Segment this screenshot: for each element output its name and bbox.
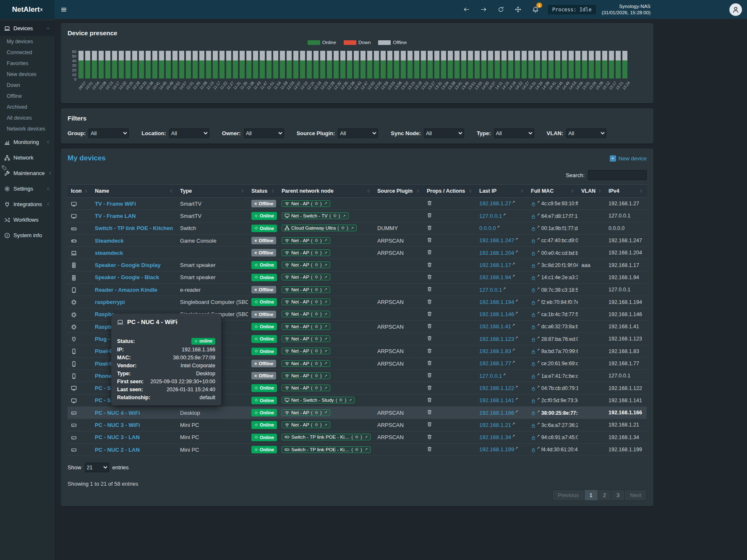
device-name-link[interactable]: Raspb [95,324,112,330]
lock-icon[interactable] [531,312,536,317]
parent-node-button[interactable]: Net - AP()↗ [282,372,330,379]
device-name-link[interactable]: Steamdeck [95,238,124,244]
sidebar-item-network[interactable]: Network [0,150,55,165]
new-device-button[interactable]: New device [610,155,647,162]
last-ip-link[interactable]: 127.0.0.1 [479,373,502,379]
filter-select-type[interactable]: All [494,128,534,138]
lock-icon[interactable] [531,386,536,391]
last-ip-link[interactable]: 192.168.1.27 [479,201,511,207]
table-row[interactable]: PC - NUC 2 - LANMini PCOnlineSwitch - TP… [68,443,647,455]
delete-device-icon[interactable] [427,237,432,243]
device-name-link[interactable]: Pixel-9 [95,348,112,354]
parent-node-button[interactable]: Net - AP()↗ [282,249,330,256]
column-header-vlan[interactable]: VLAN [578,185,605,198]
last-ip-link[interactable]: 192.168.1.77 [479,361,511,367]
sidebar-subitem-connected[interactable]: Connected [0,47,55,58]
device-name-link[interactable]: Pixel-9 [95,361,112,367]
lock-icon[interactable] [531,201,536,207]
column-header-type[interactable]: Type [177,185,248,198]
column-header-name[interactable]: Name [91,185,177,198]
table-row[interactable]: raspberrypiSingleboard Computer (SBC)Onl… [68,296,647,308]
parent-node-button[interactable]: Net - AP()↗ [282,298,330,305]
parent-node-button[interactable]: Net - AP()↗ [282,286,330,293]
lock-icon[interactable] [531,251,536,256]
parent-node-button[interactable]: Net - AP()↗ [282,348,330,354]
last-ip-link[interactable]: 192.168.1.199 [479,447,514,453]
table-row[interactable]: TV - Frame LANSmartTVOnlineNet - Switch … [68,210,647,222]
filter-select-group[interactable]: All [89,128,129,138]
pagination-page-2[interactable]: 2 [598,489,611,501]
delete-device-icon[interactable] [427,360,432,366]
column-header-parent-network-node[interactable]: Parent network node [278,185,374,198]
sidebar-item-workflows[interactable]: Workflows [0,212,55,228]
user-avatar[interactable] [729,3,742,16]
pagination-page-1[interactable]: 1 [585,489,598,501]
delete-device-icon[interactable] [427,409,432,415]
table-row[interactable]: steamdeck×OfflineNet - AP()↗ARPSCAN192.1… [68,247,647,259]
delete-device-icon[interactable] [427,348,432,353]
lock-icon[interactable] [531,411,536,416]
parent-node-button[interactable]: Net - AP()↗ [282,311,330,317]
filter-select-vlan[interactable]: All [566,128,606,138]
last-ip-link[interactable]: 192.168.1.204 [479,250,514,256]
column-header-last-ip[interactable]: Last IP [476,185,528,198]
last-ip-link[interactable]: 192.168.1.21 [479,422,511,428]
parent-node-button[interactable]: Net - AP()↗ [282,385,330,391]
last-ip-link[interactable]: 127.0.0.1 [479,213,502,219]
delete-device-icon[interactable] [427,446,432,452]
sidebar-subitem-new-devices[interactable]: New devices [0,69,55,80]
sidebar-toggle-button[interactable] [55,0,73,19]
delete-device-icon[interactable] [427,212,432,218]
sidebar-subitem-down[interactable]: Down [0,80,55,91]
lock-icon[interactable] [531,361,536,366]
sidebar-subitem-archived[interactable]: Archived [0,102,55,113]
last-ip-link[interactable]: 192.168.1.41 [479,324,511,330]
parent-node-button[interactable]: Net - AP()↗ [282,360,330,367]
column-header-source-plugin[interactable]: Source Plugin [374,185,423,198]
sidebar-item-monitoring[interactable]: Monitoring [0,134,55,150]
table-row[interactable]: SteamdeckGame Console×OfflineNet - AP()↗… [68,234,647,246]
filter-select-sync-node[interactable]: All [424,128,464,138]
table-row[interactable]: Speaker - Google - BlackSmart speakerOnl… [68,271,647,283]
lock-icon[interactable] [531,447,536,453]
sidebar-item-devices[interactable]: Devices [0,21,55,36]
lock-icon[interactable] [531,337,536,342]
sidebar-subitem-offline[interactable]: Offline [0,91,55,102]
parent-node-button[interactable]: Net - AP()↗ [282,262,330,268]
last-ip-link[interactable]: 192.168.1.17 [479,262,511,268]
table-row[interactable]: Switch - TP link POE - KitchenSwitchOnli… [68,222,647,234]
device-name-link[interactable]: Reader - Amazon Kindle [95,287,157,293]
delete-device-icon[interactable] [427,385,432,390]
filter-select-source-plugin[interactable]: All [338,128,378,138]
lock-icon[interactable] [531,300,536,305]
table-row[interactable]: PC - NUC 3 - WiFiMini PCOnlineNet - AP()… [68,419,647,431]
lock-icon[interactable] [531,226,536,231]
parent-node-button[interactable]: Net - AP()↗ [282,409,330,416]
table-row[interactable]: PC - NUC 3 - LANMini PCOnlineSwitch - TP… [68,431,647,443]
parent-node-button[interactable]: Net - Switch - Study()↗ [282,397,355,403]
table-row[interactable]: Speaker - Google DisplaySmart speakerOnl… [68,259,647,271]
last-ip-link[interactable]: 192.168.1.123 [479,336,514,342]
delete-device-icon[interactable] [427,249,432,255]
nav-forward-button[interactable] [481,6,487,13]
delete-device-icon[interactable] [427,434,432,440]
device-name-link[interactable]: Speaker - Google Display [95,262,161,268]
sidebar-subitem-favorites[interactable]: Favorites [0,58,55,69]
delete-device-icon[interactable] [427,397,432,403]
sidebar-item-maintenance[interactable]: Maintenance [0,165,55,181]
search-input[interactable] [588,170,647,180]
last-ip-link[interactable]: 0.0.0.0 [479,225,496,231]
lock-icon[interactable] [531,324,536,330]
delete-device-icon[interactable] [427,372,432,378]
column-header-full-mac[interactable]: Full MAC [528,185,578,198]
device-name-link[interactable]: PC - NUC 4 - WiFi [95,410,140,416]
parent-node-button[interactable]: Net - AP()↗ [282,274,330,280]
sidebar-item-system-info[interactable]: System info [0,228,55,243]
device-name-link[interactable]: steamdeck [95,250,123,256]
delete-device-icon[interactable] [427,200,432,206]
delete-device-icon[interactable] [427,286,432,292]
device-name-link[interactable]: raspberrypi [95,299,125,305]
parent-node-button[interactable]: Switch - TP link POE - Kitchen()↗ [282,446,371,453]
lock-icon[interactable] [531,263,536,268]
column-header-status[interactable]: Status [248,185,278,198]
